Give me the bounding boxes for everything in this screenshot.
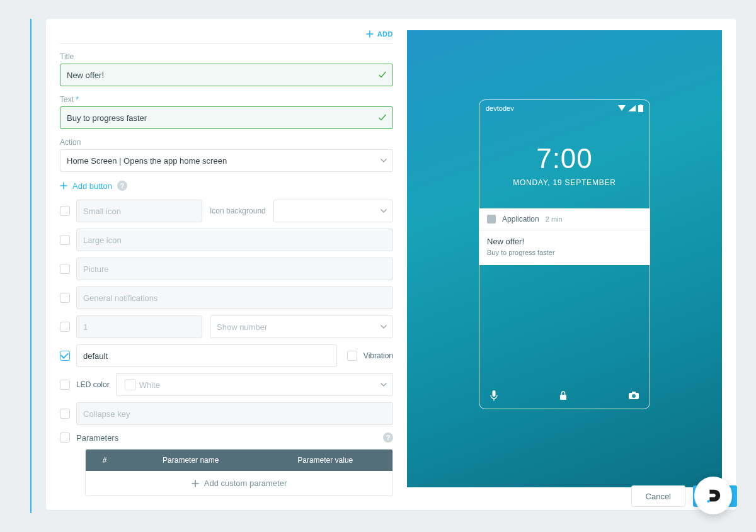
count-checkbox[interactable] [60, 322, 70, 332]
large-icon-input[interactable] [76, 229, 393, 251]
preview-date: MONDAY, 19 SEPTEMBER [479, 178, 650, 187]
show-number-select[interactable] [210, 315, 393, 338]
led-checkbox[interactable] [60, 380, 70, 390]
svg-rect-0 [638, 105, 643, 112]
small-icon-checkbox[interactable] [60, 206, 70, 216]
param-col-num: # [86, 450, 123, 471]
status-icons [618, 105, 643, 112]
notif-age: 2 min [546, 215, 563, 223]
app-icon [487, 215, 496, 224]
svg-rect-3 [560, 395, 566, 400]
wifi-icon [618, 105, 626, 111]
phone-frame: devtodev 7:00 MONDAY, 19 SEPTEMBER [479, 99, 650, 409]
param-col-name: Parameter name [123, 450, 258, 471]
text-label: Text * [60, 95, 393, 104]
help-icon[interactable]: ? [117, 181, 127, 191]
parameters-table: # Parameter name Parameter value Add cus… [85, 449, 393, 496]
text-input[interactable] [60, 106, 393, 129]
svg-point-5 [632, 394, 636, 398]
cancel-button[interactable]: Cancel [631, 485, 685, 507]
svg-point-7 [707, 500, 709, 502]
check-icon [378, 71, 387, 79]
color-swatch [125, 379, 136, 390]
mic-icon [490, 390, 498, 401]
add-item-label: ADD [377, 30, 393, 38]
vibration-checkbox[interactable] [347, 351, 357, 361]
title-input[interactable] [60, 64, 393, 86]
lock-icon [559, 390, 568, 400]
title-label: Title [60, 52, 393, 61]
battery-icon [638, 105, 643, 112]
large-icon-checkbox[interactable] [60, 235, 70, 245]
required-star: * [76, 95, 79, 104]
channel-input[interactable] [76, 286, 393, 309]
svg-rect-6 [632, 392, 636, 393]
add-button-link[interactable]: Add button [72, 181, 112, 191]
preview-column: devtodev 7:00 MONDAY, 19 SEPTEMBER [407, 30, 722, 496]
collapse-checkbox[interactable] [60, 409, 70, 419]
form-column: ADD Title Text * [60, 30, 393, 496]
svg-rect-1 [640, 105, 642, 106]
collapse-input[interactable] [76, 402, 393, 425]
parameters-checkbox[interactable] [60, 433, 70, 443]
brand-fab[interactable] [694, 477, 732, 514]
plus-icon [60, 182, 67, 190]
notif-text: Buy to progress faster [487, 249, 642, 256]
plus-icon [366, 30, 374, 38]
help-icon[interactable]: ? [383, 433, 393, 443]
picture-input[interactable] [76, 258, 393, 280]
channel-checkbox[interactable] [60, 293, 70, 303]
sound-input[interactable] [76, 344, 337, 367]
param-col-value: Parameter value [258, 450, 393, 471]
signal-icon [628, 105, 636, 111]
count-input[interactable] [76, 315, 202, 338]
action-label: Action [60, 138, 393, 147]
small-icon-input[interactable] [76, 200, 202, 222]
picture-checkbox[interactable] [60, 264, 70, 274]
plus-icon [192, 480, 199, 487]
editor-card: ADD Title Text * [46, 19, 736, 510]
accent-bar [30, 19, 32, 513]
icon-bg-label: Icon background [210, 207, 266, 215]
notification-preview: Application 2 min New offer! Buy to prog… [479, 208, 650, 265]
add-parameter-label: Add custom parameter [204, 478, 287, 488]
parameters-label: Parameters [76, 433, 118, 443]
brand-logo-icon [704, 486, 723, 505]
preview-time: 7:00 [479, 143, 650, 174]
camera-icon [628, 391, 639, 400]
preview-brand: devtodev [486, 105, 514, 112]
action-select[interactable] [60, 149, 393, 172]
led-label: LED color [76, 380, 110, 389]
add-item-button[interactable]: ADD [366, 30, 393, 38]
notif-app-name: Application [502, 215, 539, 224]
notif-title: New offer! [487, 237, 642, 246]
sound-checkbox[interactable] [60, 351, 70, 361]
icon-bg-select[interactable] [273, 200, 393, 222]
vibration-label: Vibration [364, 351, 393, 360]
check-icon [378, 113, 387, 122]
preview-background: devtodev 7:00 MONDAY, 19 SEPTEMBER [407, 30, 722, 487]
add-parameter-button[interactable]: Add custom parameter [86, 471, 392, 495]
led-color-select[interactable] [116, 373, 393, 396]
svg-rect-2 [493, 390, 496, 397]
